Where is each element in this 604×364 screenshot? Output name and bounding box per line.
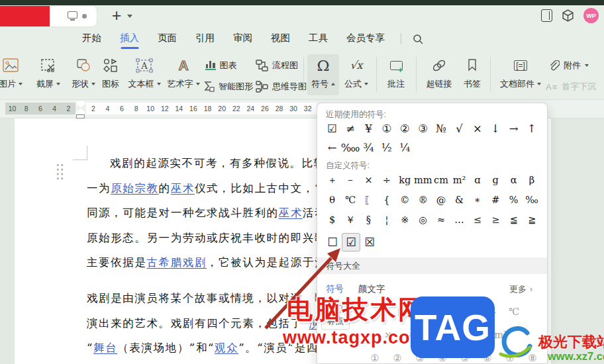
symbol-cell[interactable]: ≧ — [523, 210, 540, 229]
symbol-cell[interactable]: ☑ — [323, 119, 341, 138]
mobile-view-icon[interactable] — [541, 9, 552, 22]
menu-tab[interactable]: 审阅 — [224, 28, 262, 50]
symbol-cell[interactable]: － — [341, 171, 359, 189]
symbol-cell[interactable]: ★ — [368, 304, 390, 320]
symbol-cell[interactable]: % — [505, 191, 523, 209]
symbol-cell[interactable]: mm — [414, 171, 432, 189]
formula-button[interactable]: √x 公式 — [340, 54, 372, 95]
symbol-gallery-button[interactable]: 符号大全 — [317, 257, 547, 274]
checkbox-symbol-cell[interactable]: ☑ — [342, 233, 360, 251]
symbol-cell[interactable]: ← — [323, 138, 341, 157]
symbol-cell[interactable]: ℃ — [341, 191, 359, 209]
symbol-cell[interactable]: α — [505, 171, 523, 189]
resource-cube-icon[interactable] — [561, 9, 575, 23]
menu-tab[interactable]: 页面 — [148, 28, 186, 50]
screenshot-button[interactable]: 截屏 — [30, 54, 66, 95]
symbol-cell[interactable]: ¦ — [377, 210, 395, 229]
symbol-cell[interactable]: … — [450, 210, 468, 229]
symbol-cell[interactable]: ≥ — [487, 210, 505, 229]
symbol-cell[interactable]: { — [377, 191, 395, 209]
shapes-button[interactable]: 形状 — [66, 54, 101, 95]
symbol-cell[interactable]: ≤ — [468, 210, 486, 229]
symbol-cell[interactable]: ＋ — [323, 171, 341, 189]
symbol-cell[interactable]: ◎ — [414, 210, 432, 229]
checkbox-symbol-cell[interactable]: ☒ — [360, 233, 379, 251]
dropcap-button[interactable]: A≡ 首字下沉 — [546, 79, 596, 95]
symbol-button[interactable]: Ω 符号 — [307, 54, 339, 95]
symbol-cell[interactable]: ⑦ — [499, 350, 521, 364]
symbol-cell[interactable]: $ — [323, 210, 341, 229]
symbol-cell[interactable]: @ — [432, 191, 450, 209]
hyperlink-button[interactable]: 超链接 — [420, 54, 458, 95]
symbol-cell[interactable]: ® — [414, 191, 432, 209]
symbol-cell[interactable]: m² — [450, 171, 468, 189]
comment-button[interactable]: ＋ 批注 — [380, 54, 412, 95]
symbol-cell[interactable]: ÷ — [377, 171, 395, 189]
symbol-cell[interactable]: × — [377, 327, 399, 343]
smartart-button[interactable]: 智能图形 — [203, 79, 253, 95]
document-tab[interactable] — [0, 6, 97, 26]
symbol-cell[interactable]: β — [523, 171, 540, 189]
symbol-cell[interactable]: ￥ — [341, 210, 359, 229]
category-item[interactable]: 标点 — [321, 312, 350, 330]
menu-tab[interactable]: 插入 — [111, 28, 148, 50]
symbol-cell[interactable]: ※ — [396, 210, 414, 229]
mindmap-button[interactable]: 思维导图 — [256, 79, 307, 95]
search-icon[interactable] — [412, 33, 424, 45]
symbol-cell[interactable]: [] — [390, 304, 413, 320]
symbol-cell[interactable]: ‱ — [341, 138, 359, 157]
hanging-indent-marker[interactable] — [76, 109, 85, 114]
symbol-cell[interactable]: ¥ — [360, 119, 377, 138]
symbol-cell[interactable]: ① — [377, 119, 395, 138]
symbol-cell[interactable]: kg — [396, 171, 414, 189]
first-line-indent-marker[interactable] — [76, 101, 85, 107]
symbol-cell[interactable]: ↑ — [523, 119, 540, 138]
checkbox-symbol-cell[interactable]: ☐ — [323, 233, 342, 251]
bookmark-button[interactable]: 书签 — [458, 54, 486, 95]
symbol-cell[interactable]: 〖 — [360, 191, 377, 209]
symbol-cell[interactable]: × — [360, 171, 377, 189]
symbol-cell[interactable]: ℃ — [503, 304, 525, 320]
wordart-button[interactable]: A 艺术字 — [164, 54, 203, 95]
symbol-cell[interactable]: ɑ — [468, 171, 486, 189]
menu-tab[interactable]: 引用 — [186, 28, 224, 50]
symbol-cell[interactable]: ½ — [377, 138, 395, 157]
new-tab-button[interactable]: + — [108, 5, 125, 26]
account-avatar[interactable]: WP — [583, 8, 599, 23]
symbol-cell[interactable]: θ — [323, 191, 341, 209]
symbol-cell[interactable]: ⑧ — [521, 350, 544, 364]
tab-list-caret-icon[interactable] — [127, 15, 132, 18]
symbol-cell[interactable]: ∗ — [468, 191, 486, 209]
symbol-cell[interactable]: § — [360, 210, 377, 229]
menu-tab[interactable]: 会员专享 — [337, 28, 394, 50]
menu-tab[interactable]: 开始 — [73, 28, 111, 50]
symbol-cell[interactable]: # — [487, 191, 505, 209]
symbol-cell[interactable]: ② — [386, 350, 409, 364]
symbol-cell[interactable]: ③ — [414, 119, 432, 138]
symbol-cell[interactable]: ≠ — [341, 119, 359, 138]
symbol-cell[interactable]: × — [468, 119, 486, 138]
symbol-cell[interactable]: ≦ — [505, 210, 523, 229]
symbol-cell[interactable]: № — [432, 119, 450, 138]
attachment-button[interactable]: 附件 — [548, 58, 589, 73]
symbol-cell[interactable]: ¾ — [360, 138, 377, 157]
symbol-cell[interactable]: © — [396, 191, 414, 209]
textbox-button[interactable]: A 文本框 — [125, 54, 164, 95]
symbol-cell[interactable]: g — [487, 171, 505, 189]
symbol-cell[interactable]: → — [505, 119, 523, 138]
symbol-cell[interactable]: ≈ — [432, 210, 450, 229]
flowchart-button[interactable]: 流程图 — [256, 58, 298, 73]
symbol-cell[interactable]: ② — [396, 119, 414, 138]
symbol-cell[interactable]: cm — [432, 171, 450, 189]
symbol-cell[interactable]: ‰ — [523, 191, 540, 209]
docpart-button[interactable]: [=] 文档部件 — [495, 54, 546, 95]
more-link[interactable]: 更多 › — [509, 283, 532, 295]
chart-button[interactable]: 图表 — [205, 58, 237, 73]
symbol-cell[interactable]: ① — [364, 350, 386, 364]
menu-tab[interactable]: 视图 — [262, 28, 299, 50]
menu-tab[interactable]: 工具 — [299, 28, 337, 50]
tab-symbols[interactable]: 符号 — [326, 283, 344, 295]
tab-emoticons[interactable]: 颜文字 — [358, 283, 385, 295]
symbol-cell[interactable]: ¼ — [396, 138, 414, 157]
icons-button[interactable]: 图标 — [97, 54, 125, 95]
